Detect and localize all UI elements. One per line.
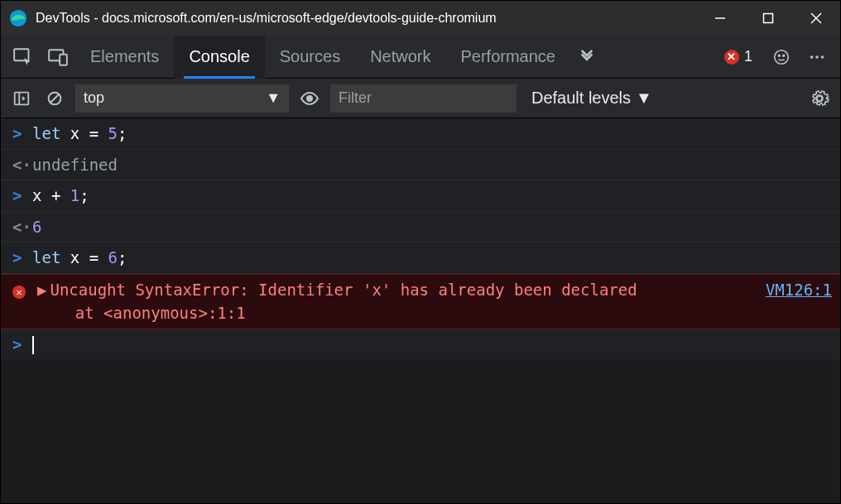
- error-count: 1: [744, 48, 752, 65]
- code-content: 6: [32, 215, 832, 239]
- window-controls: [696, 1, 840, 36]
- svg-rect-7: [60, 54, 67, 65]
- svg-point-19: [817, 96, 822, 101]
- error-source-link[interactable]: VM126:1: [766, 278, 832, 302]
- input-arrow-icon: >: [12, 184, 32, 208]
- error-badge-icon: ✕: [12, 278, 32, 302]
- tab-performance[interactable]: Performance: [446, 36, 571, 79]
- chevron-down-icon: ▼: [266, 89, 281, 107]
- svg-point-8: [775, 50, 789, 64]
- prompt-icon: >: [12, 333, 32, 357]
- code-content: x + 1;: [32, 184, 832, 208]
- filter-input[interactable]: Filter: [330, 84, 517, 113]
- code-content: let x = 6;: [32, 246, 832, 270]
- output-arrow-icon: <·: [12, 153, 32, 177]
- kebab-menu-icon[interactable]: [799, 48, 835, 66]
- console-toolbar: top ▼ Filter Default levels ▼: [1, 79, 840, 118]
- console-output-row[interactable]: <·undefined: [1, 150, 840, 181]
- output-arrow-icon: <·: [12, 215, 32, 239]
- console-output-row[interactable]: <·6: [1, 212, 840, 243]
- close-button[interactable]: [792, 1, 840, 36]
- error-count-badge[interactable]: ✕ 1: [724, 48, 752, 65]
- window-titlebar: DevTools - docs.microsoft.com/en-us/micr…: [1, 1, 840, 36]
- console-input-row[interactable]: >let x = 6;: [1, 242, 840, 274]
- levels-label: Default levels: [531, 89, 631, 108]
- svg-point-13: [821, 55, 824, 59]
- devtools-tabstrip: ElementsConsoleSourcesNetworkPerformance…: [1, 36, 840, 79]
- code-content: undefined: [32, 153, 832, 177]
- console-error-row[interactable]: ✕ ▶Uncaught SyntaxError: Identifier 'x' …: [1, 274, 840, 329]
- svg-point-11: [810, 55, 814, 59]
- console-output: >let x = 5;<·undefined>x + 1;<·6>let x =…: [1, 118, 840, 274]
- expand-triangle-icon[interactable]: ▶: [37, 278, 46, 302]
- filter-placeholder: Filter: [339, 89, 372, 107]
- console-prompt-row[interactable]: >: [1, 329, 840, 360]
- svg-rect-14: [15, 92, 29, 104]
- error-message: ▶Uncaught SyntaxError: Identifier 'x' ha…: [32, 278, 766, 325]
- input-arrow-icon: >: [12, 246, 32, 270]
- svg-rect-5: [14, 49, 28, 60]
- console-input-row[interactable]: >x + 1;: [1, 180, 840, 212]
- tab-elements[interactable]: Elements: [75, 36, 174, 79]
- log-levels-selector[interactable]: Default levels ▼: [531, 89, 652, 108]
- live-expression-icon[interactable]: [297, 86, 322, 111]
- code-content: let x = 5;: [32, 122, 832, 146]
- tab-network[interactable]: Network: [355, 36, 445, 79]
- console-input[interactable]: [32, 333, 832, 357]
- console-settings-icon[interactable]: [807, 86, 832, 111]
- svg-point-10: [783, 55, 785, 56]
- window-title: DevTools - docs.microsoft.com/en-us/micr…: [36, 11, 497, 26]
- console-input-row[interactable]: >let x = 5;: [1, 118, 840, 150]
- svg-line-17: [50, 94, 60, 103]
- svg-point-18: [306, 95, 313, 102]
- context-value: top: [84, 89, 104, 107]
- tab-console[interactable]: Console: [174, 36, 264, 79]
- error-icon: ✕: [724, 50, 739, 65]
- clear-console-icon[interactable]: [42, 86, 67, 111]
- svg-point-12: [815, 55, 819, 59]
- execution-context-selector[interactable]: top ▼: [75, 84, 289, 113]
- svg-rect-2: [764, 14, 773, 23]
- chevron-down-icon: ▼: [636, 89, 652, 108]
- feedback-icon[interactable]: [764, 48, 799, 66]
- input-arrow-icon: >: [12, 122, 32, 146]
- svg-point-9: [778, 55, 780, 56]
- sidebar-toggle-icon[interactable]: [9, 86, 34, 111]
- minimize-button[interactable]: [696, 1, 744, 36]
- maximize-button[interactable]: [744, 1, 792, 36]
- tab-sources[interactable]: Sources: [265, 36, 355, 79]
- more-tabs-icon[interactable]: [570, 48, 603, 66]
- app-icon: [9, 9, 27, 27]
- inspect-element-icon[interactable]: [6, 46, 41, 68]
- device-toggle-icon[interactable]: [41, 46, 75, 68]
